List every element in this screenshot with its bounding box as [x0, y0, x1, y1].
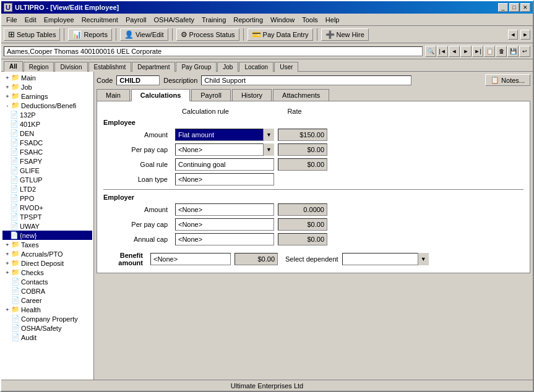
menu-bar: File Edit Employee Recruitment Payroll O… — [1, 14, 533, 26]
new-hire-button[interactable]: ➕ New Hire — [321, 28, 369, 41]
inner-tab-main[interactable]: Main — [97, 89, 130, 101]
menu-window[interactable]: Window — [267, 15, 298, 24]
employer-annual-cap-input[interactable] — [175, 233, 274, 245]
menu-tools[interactable]: Tools — [298, 15, 322, 24]
tab-department[interactable]: Department — [132, 62, 175, 72]
tab-pay-group[interactable]: Pay Group — [176, 62, 217, 72]
nav-last-btn[interactable]: ►| — [472, 46, 483, 57]
tree-item-accruals[interactable]: + 📁 Accruals/PTO — [2, 249, 92, 258]
code-value: CHILD — [116, 75, 160, 85]
select-dep-select[interactable] — [342, 253, 429, 265]
menu-reporting[interactable]: Reporting — [230, 15, 267, 24]
desc-input[interactable] — [201, 75, 411, 85]
notes-button[interactable]: 📋 Notes... — [485, 74, 530, 86]
file-icon-tpspt: 📄 — [10, 213, 19, 221]
tree-item-fsapy[interactable]: 📄 FSAPY — [2, 156, 92, 166]
employer-amount-input[interactable] — [175, 203, 274, 216]
inner-tab-payroll[interactable]: Payroll — [191, 89, 231, 101]
tree-item-direct-deposit[interactable]: + 📁 Direct Deposit — [2, 258, 92, 268]
tree-item-ppo[interactable]: 📄 PPO — [2, 194, 92, 203]
tree-item-fsahc[interactable]: 📄 FSAHC — [2, 147, 92, 156]
minimize-button[interactable]: _ — [498, 3, 508, 12]
tab-all[interactable]: All — [4, 61, 23, 72]
tab-job[interactable]: Job — [217, 62, 238, 72]
menu-employee[interactable]: Employee — [40, 15, 78, 24]
tab-user[interactable]: User — [274, 62, 298, 72]
inner-tab-attachments[interactable]: Attachments — [273, 89, 329, 101]
amount-label: Amount — [103, 131, 171, 138]
tree-item-checks[interactable]: + 📁 Checks — [2, 268, 92, 277]
tree-label-job: Job — [21, 83, 32, 91]
tree-item-main[interactable]: + 📁 Main — [2, 73, 92, 82]
inner-tab-calculations[interactable]: Calculations — [131, 89, 190, 101]
notes-icon: 📋 — [491, 76, 499, 84]
nav-save-btn[interactable]: 💾 — [507, 46, 519, 57]
pay-data-entry-button[interactable]: 💳 Pay Data Entry — [248, 28, 313, 41]
setup-tables-button[interactable]: ⊞ Setup Tables — [4, 28, 60, 41]
nav-search-btn[interactable]: 🔍 — [425, 46, 436, 57]
tree-item-audit[interactable]: 📄 Audit — [2, 333, 92, 342]
reports-icon: 📊 — [72, 30, 82, 39]
tree-item-taxes[interactable]: + 📁 Taxes — [2, 240, 92, 249]
tree-item-uway[interactable]: 📄 UWAY — [2, 221, 92, 231]
reports-button[interactable]: 📊 Reports — [68, 28, 112, 41]
divider — [103, 189, 523, 190]
tab-region[interactable]: Region — [24, 62, 54, 72]
tree-item-ltd2[interactable]: 📄 LTD2 — [2, 184, 92, 194]
nav-del-btn[interactable]: 🗑 — [496, 46, 507, 57]
tree-item-glife[interactable]: 📄 GLIFE — [2, 166, 92, 175]
toggle-taxes: + — [4, 242, 11, 248]
separator-1 — [64, 28, 64, 41]
tab-division[interactable]: Division — [54, 62, 87, 72]
tree-item-job[interactable]: + 📁 Job — [2, 82, 92, 92]
menu-recruitment[interactable]: Recruitment — [78, 15, 122, 24]
file-icon-career: 📄 — [11, 296, 20, 304]
loan-type-input[interactable] — [175, 173, 274, 185]
tree-item-132p[interactable]: 📄 132P — [2, 110, 92, 119]
tree-item-401kp[interactable]: 📄 401KP — [2, 119, 92, 129]
benefit-rule-input[interactable] — [150, 253, 231, 265]
calculations-form: Calculation rule Rate Employee Amount Fl… — [97, 101, 530, 273]
status-bar: Ultimate Enterprises Ltd — [1, 380, 533, 391]
scroll-right-btn[interactable]: ► — [520, 30, 530, 40]
nav-next-btn[interactable]: ► — [460, 46, 472, 57]
maximize-button[interactable]: □ — [509, 3, 519, 12]
nav-undo-btn[interactable]: ↩ — [519, 46, 530, 57]
menu-osha[interactable]: OSHA/Safety — [150, 15, 198, 24]
process-status-button[interactable]: ⚙ Process Status — [176, 28, 239, 41]
menu-edit[interactable]: Edit — [21, 15, 40, 24]
tree-item-rvod[interactable]: 📄 RVOD+ — [2, 203, 92, 212]
amount-rule-select[interactable]: Flat amount Percentage — [175, 129, 274, 141]
employer-per-pay-cap-input[interactable] — [175, 218, 274, 231]
view-edit-button[interactable]: 👤 View/Edit — [120, 28, 168, 41]
tree-item-company-property[interactable]: 📄 Company Property — [2, 314, 92, 323]
goal-rule-input[interactable] — [175, 158, 274, 171]
close-button[interactable]: ✕ — [520, 3, 530, 12]
tree-item-career[interactable]: 📄 Career — [2, 296, 92, 305]
tree-item-fsadc[interactable]: 📄 FSADC — [2, 138, 92, 147]
tree-item-health[interactable]: + 📁 Health — [2, 305, 92, 314]
menu-payroll[interactable]: Payroll — [122, 15, 150, 24]
nav-add-btn[interactable]: 📋 — [484, 46, 495, 57]
tab-establishmt[interactable]: Establishmt — [88, 62, 132, 72]
employer-per-pay-cap-row: Per pay cap $0.00 — [103, 218, 523, 231]
tree-item-new[interactable]: 📄 {new} — [2, 231, 92, 240]
tree-item-gtlup[interactable]: 📄 GTLUP — [2, 175, 92, 184]
tree-item-osha-safety[interactable]: 📄 OSHA/Safety — [2, 323, 92, 333]
menu-help[interactable]: Help — [322, 15, 343, 24]
tree-item-contacts[interactable]: 📄 Contacts — [2, 277, 92, 286]
tree-item-tpspt[interactable]: 📄 TPSPT — [2, 212, 92, 221]
menu-training[interactable]: Training — [198, 15, 230, 24]
scroll-left-btn[interactable]: ◄ — [508, 30, 518, 40]
menu-file[interactable]: File — [2, 15, 21, 24]
tree-item-cobra[interactable]: 📄 COBRA — [2, 286, 92, 296]
per-pay-cap-select[interactable]: <None> — [175, 143, 274, 156]
tree-item-earnings[interactable]: + 📁 Earnings — [2, 92, 92, 101]
inner-tab-history[interactable]: History — [232, 89, 272, 101]
tree-item-deductions[interactable]: - 📁 Deductions/Benefi — [2, 101, 92, 110]
tree-item-den[interactable]: 📄 DEN — [2, 129, 92, 138]
nav-first-btn[interactable]: |◄ — [437, 46, 448, 57]
tab-location[interactable]: Location — [239, 62, 273, 72]
nav-prev-btn[interactable]: ◄ — [449, 46, 460, 57]
file-icon-fsahc: 📄 — [10, 148, 19, 156]
